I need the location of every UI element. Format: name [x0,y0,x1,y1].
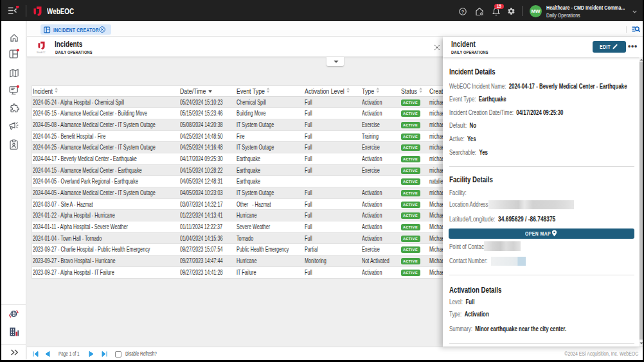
svg-text:?: ? [461,9,465,15]
